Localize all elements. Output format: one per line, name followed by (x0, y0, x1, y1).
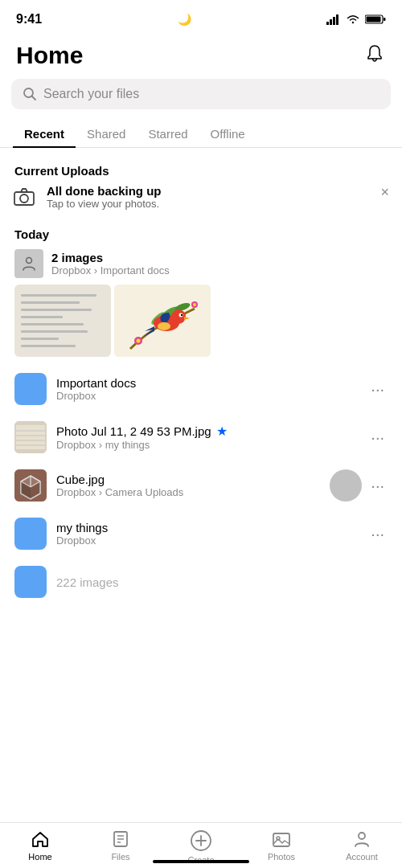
photos-icon (272, 829, 291, 849)
receipt-thumbnail[interactable] (14, 285, 111, 357)
file-item-photo-jul11[interactable]: Photo Jul 11, 2 49 53 PM.jpg ★ Dropbox ›… (0, 413, 402, 461)
wifi-icon (346, 14, 360, 25)
file-name-photo-jul11: Photo Jul 11, 2 49 53 PM.jpg ★ (56, 424, 358, 439)
svg-rect-6 (384, 18, 386, 21)
file-path-cube: Dropbox › Camera Uploads (56, 486, 358, 498)
status-bar: 9:41 🌙 (0, 0, 402, 35)
svg-rect-0 (326, 22, 329, 25)
page-title: Home (16, 42, 83, 69)
bird-illustration (114, 285, 211, 357)
file-info-photo-jul11: Photo Jul 11, 2 49 53 PM.jpg ★ Dropbox ›… (56, 424, 358, 451)
file-name-my-things: my things (56, 521, 358, 534)
file-info-my-things: my things Dropbox (56, 521, 358, 547)
svg-line-8 (32, 96, 36, 100)
svg-point-19 (181, 314, 183, 316)
file-name-cube: Cube.jpg (56, 473, 358, 486)
svg-rect-1 (330, 19, 332, 25)
page-header: Home (0, 35, 402, 79)
file-info-cube: Cube.jpg Dropbox › Camera Uploads (56, 473, 358, 498)
images-group-path: Dropbox › Important docs (51, 264, 170, 276)
upload-text: All done backing up Tap to view your pho… (47, 184, 162, 210)
tabs-bar: Recent Shared Starred Offline (0, 121, 402, 148)
images-group-info: 2 images Dropbox › Important docs (51, 251, 170, 276)
nav-item-photos[interactable]: Photos (257, 829, 306, 862)
svg-rect-3 (336, 14, 338, 25)
search-icon (23, 87, 37, 101)
svg-point-48 (359, 833, 365, 839)
status-time: 9:41 (16, 12, 42, 27)
home-icon (31, 829, 50, 849)
file-name-important-docs: Important docs (56, 376, 358, 390)
partial-item[interactable]: 222 images (0, 558, 402, 606)
status-icons (326, 14, 386, 25)
images-group-meta: 2 images Dropbox › Important docs (14, 249, 388, 278)
images-thumbnails (14, 285, 388, 357)
svg-rect-2 (333, 17, 335, 25)
bird-thumbnail[interactable] (114, 285, 211, 357)
images-group[interactable]: 2 images Dropbox › Important docs (0, 249, 402, 365)
file-item-my-things[interactable]: my things Dropbox ··· (0, 510, 402, 558)
upload-banner[interactable]: All done backing up Tap to view your pho… (13, 184, 389, 211)
nav-label-home: Home (28, 852, 51, 862)
partial-thumb (14, 566, 47, 598)
group-person-icon (14, 249, 43, 278)
svg-point-17 (171, 309, 186, 324)
svg-rect-5 (367, 17, 381, 23)
file-menu-cube[interactable]: ··· (367, 473, 388, 498)
nav-label-files: Files (111, 852, 129, 862)
scroll-indicator (330, 469, 362, 502)
folder-icon-important-docs (14, 373, 47, 405)
photo-thumb-cube (14, 469, 47, 502)
svg-rect-26 (16, 425, 45, 449)
folder-icon-my-things (14, 518, 47, 550)
svg-point-22 (137, 339, 141, 343)
upload-title: All done backing up (47, 184, 162, 198)
file-path-my-things: Dropbox (56, 534, 358, 547)
file-menu-photo-jul11[interactable]: ··· (367, 425, 388, 450)
nav-item-files[interactable]: Files (96, 829, 145, 862)
search-placeholder: Search your files (43, 87, 139, 101)
file-info-important-docs: Important docs Dropbox (56, 376, 358, 402)
images-group-title: 2 images (51, 251, 170, 264)
file-menu-my-things[interactable]: ··· (367, 522, 388, 547)
tab-starred[interactable]: Starred (137, 121, 199, 147)
file-menu-important-docs[interactable]: ··· (367, 377, 388, 402)
nav-item-account[interactable]: Account (338, 829, 386, 862)
status-moon-icon: 🌙 (178, 13, 191, 26)
file-path-photo-jul11: Dropbox › my things (56, 439, 358, 451)
svg-point-24 (193, 303, 196, 306)
partial-text: 222 images (56, 575, 119, 589)
upload-subtitle: Tap to view your photos. (47, 198, 162, 210)
create-icon (190, 829, 212, 852)
files-icon (111, 829, 130, 849)
tab-shared[interactable]: Shared (76, 121, 137, 147)
svg-rect-46 (273, 833, 289, 846)
tab-offline[interactable]: Offline (199, 121, 256, 147)
nav-label-account: Account (346, 852, 378, 862)
tab-recent[interactable]: Recent (13, 121, 76, 147)
battery-icon (365, 14, 386, 25)
svg-point-20 (158, 322, 170, 330)
home-indicator (153, 860, 249, 863)
today-header: Today (0, 224, 402, 249)
signal-icon (326, 14, 341, 25)
notifications-button[interactable] (363, 43, 386, 68)
file-path-important-docs: Dropbox (56, 390, 358, 402)
nav-label-photos: Photos (268, 852, 295, 862)
upload-camera-icon (13, 186, 35, 211)
star-icon: ★ (216, 424, 228, 439)
bell-icon (363, 43, 386, 65)
nav-item-home[interactable]: Home (16, 829, 64, 862)
search-bar[interactable]: Search your files (11, 79, 391, 109)
file-item-important-docs[interactable]: Important docs Dropbox ··· (0, 365, 402, 413)
svg-point-10 (20, 194, 28, 203)
current-uploads-header: Current Uploads (0, 161, 402, 184)
photo-thumb-jul11 (14, 421, 47, 453)
file-item-cube[interactable]: Cube.jpg Dropbox › Camera Uploads ··· (0, 461, 402, 510)
svg-point-11 (27, 258, 32, 264)
upload-close-button[interactable]: × (380, 184, 389, 201)
account-icon (352, 829, 371, 849)
